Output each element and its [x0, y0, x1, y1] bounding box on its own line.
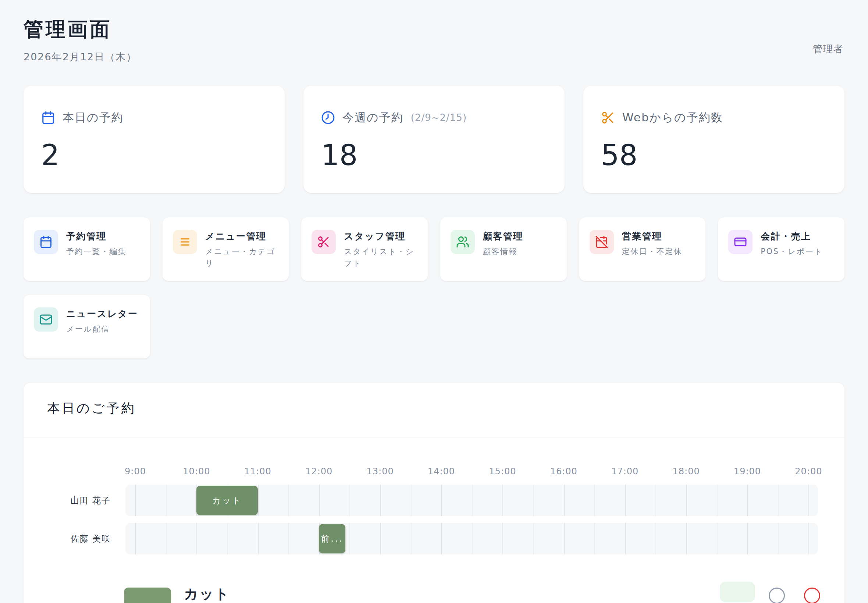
page-title: 管理画面 [23, 16, 845, 43]
hour-label: 11:00 [244, 466, 271, 476]
grid-line [380, 523, 381, 555]
credit-card-icon [728, 230, 752, 254]
hour-label: 12:00 [305, 466, 333, 476]
nav-card-subtitle: メール配信 [66, 323, 138, 336]
grid-line [135, 523, 136, 555]
grid-line [135, 485, 136, 516]
nav-card-subtitle: 予約一覧・編集 [66, 246, 127, 258]
grid-line [411, 523, 412, 555]
reservation-list-item[interactable]: カット [23, 582, 845, 603]
hour-label: 20:00 [795, 466, 822, 476]
nav-card-title: 予約管理 [66, 231, 107, 241]
stats-row: 本日の予約 2 今週の予約 (2/9~2/15) 18 Webからの予約数 [23, 86, 845, 193]
hour-label: 16:00 [550, 466, 577, 476]
hour-label: 18:00 [673, 466, 700, 476]
nav-card-customer-management[interactable]: 顧客管理 顧客情報 [440, 217, 567, 281]
mail-icon [34, 308, 58, 332]
calendar-icon [41, 111, 55, 125]
appointment-block[interactable]: 前... [319, 524, 345, 554]
grid-line [686, 523, 687, 555]
nav-card-subtitle: 定休日・不定休 [622, 246, 682, 258]
grid-line [533, 523, 534, 555]
todays-reservations-section: 本日のご予約 9:0010:0011:0012:0013:0014:0015:0… [23, 383, 845, 603]
nav-card-accounting-sales[interactable]: 会計・売上 POS・レポート [718, 217, 845, 281]
nav-card-title: 会計・売上 [761, 231, 811, 241]
grid-line [533, 485, 534, 516]
stat-value: 2 [41, 141, 267, 170]
grid-line [778, 523, 778, 555]
calendar-icon [34, 230, 58, 254]
timeline-hour-axis: 9:0010:0011:0012:0013:0014:0015:0016:001… [23, 466, 845, 477]
grid-line [472, 485, 473, 516]
scissors-icon [311, 230, 336, 254]
schedule-header: 本日のご予約 [23, 383, 845, 438]
hour-label: 15:00 [489, 466, 516, 476]
timeline-strip[interactable]: カット [125, 485, 818, 516]
grid-line [350, 485, 350, 516]
hour-label: 14:00 [428, 466, 455, 476]
grid-line [747, 485, 748, 516]
timeline-rows: 山田 花子カット佐藤 美咲前... [23, 485, 845, 555]
stat-card-week-reservations: 今週の予約 (2/9~2/15) 18 [303, 86, 565, 193]
calendar-off-icon [589, 230, 614, 254]
hour-label: 17:00 [611, 466, 639, 476]
grid-line [594, 523, 595, 555]
grid-line [380, 485, 381, 516]
grid-line [227, 523, 228, 555]
reservation-title: カット [184, 584, 230, 603]
grid-line [625, 523, 626, 555]
grid-line [166, 523, 167, 555]
stat-sublabel: (2/9~2/15) [411, 112, 467, 123]
nav-card-subtitle: 顧客情報 [483, 246, 523, 258]
schedule-title: 本日のご予約 [47, 400, 821, 417]
staff-timeline-row: 山田 花子カット [23, 485, 845, 516]
grid-line [625, 485, 626, 516]
grid-line [166, 485, 167, 516]
nav-card-newsletter[interactable]: ニュースレター メール配信 [23, 295, 150, 359]
nav-card-staff-management[interactable]: スタッフ管理 スタイリスト・シフト [301, 217, 428, 281]
nav-card-title: 顧客管理 [483, 231, 523, 241]
grid-line [288, 523, 289, 555]
nav-card-business-management[interactable]: 営業管理 定休日・不定休 [579, 217, 706, 281]
nav-card-title: ニュースレター [66, 308, 138, 319]
grid-line [441, 485, 442, 516]
nav-card-subtitle: POS・レポート [761, 246, 823, 258]
grid-line [594, 485, 595, 516]
grid-line [778, 485, 778, 516]
stat-label: Webからの予約数 [622, 110, 723, 125]
grid-line [196, 523, 197, 555]
users-icon [450, 230, 475, 254]
admin-dashboard: 管理画面 2026年2月12日（木） 管理者 本日の予約 2 今週の予約 (2/… [0, 0, 868, 603]
stat-value: 18 [321, 141, 547, 170]
grid-line [808, 485, 809, 516]
grid-line [258, 523, 258, 555]
stat-value: 58 [601, 141, 827, 170]
grid-line [686, 485, 687, 516]
phone-icon-button[interactable] [769, 588, 785, 603]
hour-label: 9:00 [125, 466, 146, 476]
delete-icon-button[interactable] [804, 588, 820, 603]
staff-name: 佐藤 美咲 [23, 533, 125, 544]
time-pill [124, 588, 171, 603]
grid-line [258, 485, 258, 516]
scissors-icon [601, 111, 615, 125]
stat-card-web-reservations: Webからの予約数 58 [583, 86, 845, 193]
nav-card-menu-management[interactable]: メニュー管理 メニュー・カテゴリ [162, 217, 289, 281]
grid-line [319, 485, 320, 516]
grid-line [717, 485, 718, 516]
nav-card-title: スタッフ管理 [344, 231, 405, 241]
appointment-block[interactable]: カット [196, 486, 257, 515]
clock-icon [321, 111, 335, 125]
nav-card-title: メニュー管理 [205, 231, 267, 241]
timeline-strip[interactable]: 前... [125, 523, 818, 555]
grid-line [717, 523, 718, 555]
staff-name: 山田 花子 [23, 495, 125, 506]
grid-line [564, 485, 565, 516]
nav-card-subtitle: スタイリスト・シフト [344, 246, 418, 269]
user-role: 管理者 [813, 43, 844, 56]
grid-line [503, 485, 503, 516]
nav-card-subtitle: メニュー・カテゴリ [205, 246, 280, 269]
page-header: 管理画面 2026年2月12日（木） 管理者 [23, 16, 845, 63]
nav-card-reservation-management[interactable]: 予約管理 予約一覧・編集 [23, 217, 150, 281]
grid-line [503, 523, 503, 555]
